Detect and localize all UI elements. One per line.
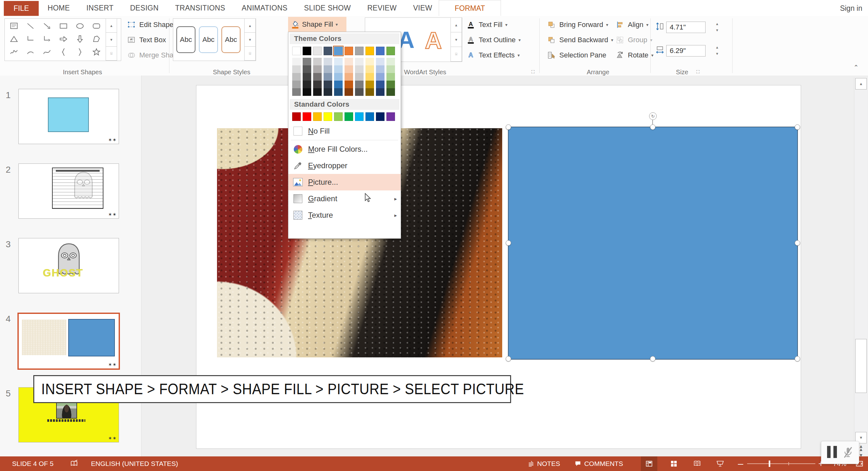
theme-variant-swatch[interactable] <box>303 81 311 88</box>
tab-insert[interactable]: INSERT <box>86 4 114 12</box>
theme-variant-swatch[interactable] <box>376 65 384 73</box>
theme-variant-swatch[interactable] <box>344 81 353 88</box>
theme-color-swatch[interactable] <box>355 47 364 55</box>
standard-color-swatch[interactable] <box>366 112 374 121</box>
menu-item-more-fill-colors[interactable]: More Fill Colors... <box>288 141 401 157</box>
theme-variant-swatch[interactable] <box>344 65 353 73</box>
theme-variant-swatch[interactable] <box>376 58 384 65</box>
theme-color-swatch[interactable] <box>334 47 343 55</box>
standard-color-swatch[interactable] <box>344 112 353 121</box>
theme-variant-swatch[interactable] <box>323 65 332 73</box>
theme-variant-swatch[interactable] <box>323 81 332 88</box>
shape-style-preview-1[interactable]: Abc <box>176 26 195 53</box>
group-button[interactable]: Group▾ <box>615 35 652 45</box>
wordart-more-icon[interactable]: ⍗ <box>451 47 462 62</box>
align-button[interactable]: Align▾ <box>615 20 648 30</box>
resize-handle-se[interactable] <box>795 356 800 361</box>
standard-color-swatch[interactable] <box>376 112 384 121</box>
theme-variant-swatch[interactable] <box>355 88 364 96</box>
pause-icon[interactable] <box>827 446 837 459</box>
theme-color-swatch[interactable] <box>303 47 311 55</box>
resize-handle-w[interactable] <box>506 240 511 246</box>
text-box-shape-icon[interactable] <box>6 19 22 32</box>
wordart-dialog-launcher-icon[interactable]: ⛶ <box>531 69 534 75</box>
resize-handle-nw[interactable] <box>506 124 511 130</box>
theme-variant-swatch[interactable] <box>376 88 384 96</box>
theme-variant-swatch[interactable] <box>366 58 374 65</box>
theme-variant-swatch[interactable] <box>334 58 343 65</box>
standard-color-swatch[interactable] <box>386 112 395 121</box>
theme-variant-swatch[interactable] <box>303 58 311 65</box>
spin-up-icon[interactable]: ▲ <box>715 22 719 26</box>
theme-variant-swatch[interactable] <box>292 58 301 65</box>
slide-thumbnail-2[interactable]: ✶✶ <box>19 164 119 219</box>
theme-variant-swatch[interactable] <box>313 88 322 96</box>
slide-show-button[interactable] <box>712 457 728 471</box>
rounded-rectangle-shape-icon[interactable] <box>88 19 105 32</box>
text-outline-button[interactable]: A Text Outline▾ <box>466 35 521 45</box>
text-fill-button[interactable]: A Text Fill▾ <box>466 20 507 30</box>
slide-counter[interactable]: SLIDE 4 OF 5 <box>12 460 54 468</box>
tab-transitions[interactable]: TRANSITIONS <box>175 4 225 12</box>
slide-sorter-view-button[interactable] <box>665 457 682 471</box>
menu-item-no-fill[interactable]: No Fill <box>288 123 401 139</box>
theme-variant-swatch[interactable] <box>355 73 364 81</box>
theme-variant-swatch[interactable] <box>292 81 301 88</box>
zoom-slider[interactable] <box>747 457 815 471</box>
theme-variant-swatch[interactable] <box>292 65 301 73</box>
theme-variant-swatch[interactable] <box>292 88 301 96</box>
tab-home[interactable]: HOME <box>48 4 70 12</box>
styles-scroll-down-icon[interactable]: ▼ <box>244 32 256 47</box>
menu-item-eyedropper[interactable]: Eyedropper <box>288 157 401 174</box>
theme-variant-swatch[interactable] <box>386 73 395 81</box>
slide-thumbnail-4-selected[interactable]: ✶✶ <box>18 313 120 370</box>
shape-height-field[interactable]: 4.71" <box>666 22 706 33</box>
size-dialog-launcher-icon[interactable]: ⛶ <box>696 69 700 75</box>
triangle-shape-icon[interactable] <box>6 32 22 46</box>
tab-design[interactable]: DESIGN <box>130 4 159 12</box>
gallery-scroll-down-icon[interactable]: ▼ <box>106 32 117 47</box>
edit-shape-button[interactable]: Edit Shape▾ <box>126 20 179 30</box>
elbow-arrow-connector-shape-icon[interactable] <box>39 32 55 46</box>
theme-variant-swatch[interactable] <box>386 81 395 88</box>
theme-variant-swatch[interactable] <box>313 81 322 88</box>
scribble-shape-icon[interactable] <box>6 46 22 58</box>
collapse-ribbon-icon[interactable]: ⌃ <box>854 63 859 71</box>
mic-muted-icon[interactable] <box>843 446 854 459</box>
resize-handle-e[interactable] <box>795 240 800 246</box>
vertical-scrollbar[interactable]: ▲ ▼ ▲▲ ▼▼ <box>854 77 868 457</box>
theme-color-swatch[interactable] <box>376 47 384 55</box>
shape-style-preview-2[interactable]: Abc <box>199 26 218 53</box>
theme-variant-swatch[interactable] <box>386 88 395 96</box>
spell-check-button[interactable] <box>70 460 79 468</box>
spin-down-icon[interactable]: ▼ <box>715 52 719 56</box>
brace-right-shape-icon[interactable] <box>72 46 88 58</box>
theme-variant-swatch[interactable] <box>313 58 322 65</box>
gallery-more-icon[interactable]: ⍗ <box>106 46 117 61</box>
line-shape-icon[interactable] <box>22 19 39 32</box>
zoom-out-button[interactable]: – <box>738 458 743 469</box>
tab-file[interactable]: FILE <box>4 1 39 16</box>
menu-item-gradient[interactable]: Gradient▸ <box>288 190 401 207</box>
tab-format-active[interactable]: FORMAT <box>439 0 501 16</box>
theme-variant-swatch[interactable] <box>376 73 384 81</box>
theme-variant-swatch[interactable] <box>376 81 384 88</box>
theme-color-swatch[interactable] <box>386 47 395 55</box>
resize-handle-n[interactable] <box>650 124 655 130</box>
arrow-right-shape-icon[interactable] <box>55 32 72 46</box>
theme-variant-swatch[interactable] <box>366 73 374 81</box>
theme-variant-swatch[interactable] <box>344 58 353 65</box>
width-spinner[interactable]: ▲▼ <box>715 45 719 57</box>
rotate-button[interactable]: Rotate▾ <box>615 50 654 60</box>
height-spinner[interactable]: ▲▼ <box>715 21 719 33</box>
styles-scroll-up-icon[interactable]: ▲ <box>244 19 256 33</box>
notes-button[interactable]: NOTES <box>528 460 560 468</box>
arrow-line-shape-icon[interactable] <box>39 19 55 32</box>
curve-shape-icon[interactable] <box>39 46 55 58</box>
theme-variant-swatch[interactable] <box>386 65 395 73</box>
tab-view[interactable]: VIEW <box>413 4 432 12</box>
rotate-handle-icon[interactable]: ↻ <box>649 112 657 120</box>
slide-thumbnail-1[interactable]: ✶✶ <box>19 89 119 144</box>
theme-variant-swatch[interactable] <box>344 88 353 96</box>
scroll-up-icon[interactable]: ▲ <box>855 78 867 89</box>
